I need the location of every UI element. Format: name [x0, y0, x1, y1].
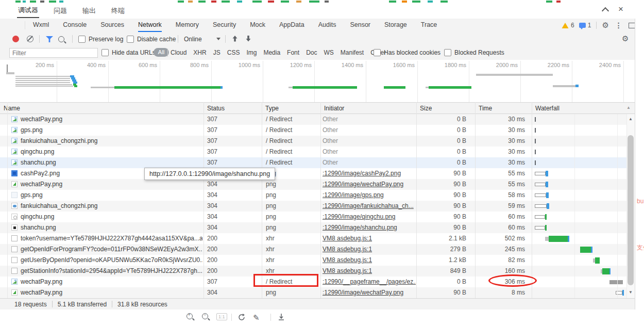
column-header-initiator[interactable]: Initiator	[320, 103, 416, 114]
initiator-link[interactable]: :12990/__pageframe__/pages/ez...	[323, 278, 416, 285]
column-header-status[interactable]: Status	[204, 103, 262, 114]
filter-type-ws[interactable]: WS	[324, 49, 333, 56]
tab-security[interactable]: Security	[213, 19, 236, 32]
initiator-link[interactable]: :12990/image/wechatPay.png	[323, 181, 403, 188]
ide-tab-问题[interactable]: 问题	[53, 4, 68, 18]
table-row[interactable]: getOpenIdForProgramFY?code=011rFP0w38NSe…	[0, 244, 635, 255]
has-blocked-cookies-checkbox[interactable]	[374, 49, 381, 56]
scrollbar-thumb[interactable]	[628, 135, 634, 285]
zoom-in-icon[interactable]: +	[187, 313, 193, 319]
tab-trace[interactable]: Trace	[421, 19, 437, 32]
filter-type-js[interactable]: JS	[213, 49, 221, 56]
table-row[interactable]: wechatPay.png304png:12990/image/wechatPa…	[0, 179, 635, 190]
column-header-time[interactable]: Time	[475, 103, 532, 114]
ruler-tick-label: 1000 ms	[229, 62, 260, 68]
tab-mock[interactable]: Mock	[250, 19, 265, 32]
filter-type-media[interactable]: Media	[263, 49, 280, 56]
refresh-icon[interactable]	[238, 313, 246, 321]
clear-icon[interactable]	[27, 36, 33, 42]
search-icon[interactable]	[58, 36, 64, 42]
filter-all-pill[interactable]: All	[154, 48, 169, 57]
actual-size-button[interactable]: 1:1	[216, 313, 227, 320]
column-header-name[interactable]: Name	[0, 103, 204, 114]
table-row[interactable]: gps.png307/ RedirectOther0 B30 ms	[0, 125, 635, 136]
disable-cache-checkbox[interactable]	[127, 36, 134, 43]
initiator-link[interactable]: :12990/image/wechatPay.png	[323, 289, 403, 296]
table-row[interactable]: getUserByOpenId?openid=oKAPU5NWu5KKac7oR…	[0, 255, 635, 266]
throttling-dropdown[interactable]: Online	[184, 35, 202, 43]
download-icon[interactable]	[278, 313, 285, 321]
filter-type-doc[interactable]: Doc	[306, 49, 317, 56]
initiator-link[interactable]: VM8 asdebug.js:1	[323, 256, 372, 264]
scroll-up-icon[interactable]: ▲	[626, 117, 635, 121]
tab-wxml[interactable]: Wxml	[33, 19, 49, 32]
message-icon[interactable]	[579, 23, 586, 28]
zoom-out-icon[interactable]: −	[202, 313, 208, 319]
tab-storage[interactable]: Storage	[384, 19, 407, 32]
initiator-link[interactable]: :12990/image/fankuichahua_ch...	[323, 202, 414, 209]
tab-sensor[interactable]: Sensor	[350, 19, 370, 32]
filter-type-cloud[interactable]: Cloud	[171, 49, 187, 56]
blocked-requests-checkbox[interactable]	[444, 49, 451, 56]
waterfall-cell	[532, 277, 626, 287]
request-initiator: Other	[320, 157, 416, 168]
timeline-overview[interactable]: 200 ms400 ms600 ms800 ms1000 ms1200 ms14…	[0, 60, 635, 102]
more-menu-icon[interactable]: ⋮	[615, 21, 622, 29]
undock-icon[interactable]	[629, 23, 635, 28]
filter-type-font[interactable]: Font	[287, 49, 299, 56]
table-row[interactable]: wechatPay.png304png:12990/image/wechatPa…	[0, 287, 635, 298]
filter-type-css[interactable]: CSS	[227, 49, 240, 56]
request-initiator: :12990/image/qingchu.png	[320, 212, 416, 222]
initiator-link[interactable]: VM8 asdebug.js:1	[323, 267, 372, 274]
warning-icon[interactable]	[562, 22, 569, 29]
filter-type-manifest[interactable]: Manifest	[341, 49, 364, 56]
column-header-waterfall[interactable]: Waterfall	[532, 103, 626, 114]
import-har-icon[interactable]	[231, 35, 239, 42]
table-row[interactable]: cashPay2.pngpng:12990/image/cashPay2.png…	[0, 168, 635, 179]
initiator-link[interactable]: VM8 asdebug.js:1	[323, 246, 372, 253]
pencil-icon[interactable]: ✎	[253, 313, 260, 322]
export-har-icon[interactable]	[245, 35, 252, 42]
filter-icon[interactable]	[46, 36, 53, 42]
network-settings-gear-icon[interactable]: ⚙	[622, 34, 629, 43]
ide-tab-调试器[interactable]: 调试器	[17, 4, 39, 18]
tab-sources[interactable]: Sources	[100, 19, 124, 32]
record-button[interactable]	[12, 36, 19, 42]
table-row[interactable]: shanchu.png304png:12990/image/shanchu.pn…	[0, 222, 635, 233]
initiator-link[interactable]: :12990/image/gps.png	[323, 191, 384, 199]
initiator-text: Other	[323, 137, 338, 144]
close-panel-icon[interactable]: ×	[618, 4, 623, 14]
table-row[interactable]: token?username=YTe5789HJHJ222X787gh4442a…	[0, 233, 635, 244]
scroll-down-icon[interactable]: ▼	[626, 290, 635, 295]
ide-tab-终端[interactable]: 终端	[110, 4, 126, 18]
filter-type-img[interactable]: Img	[246, 49, 257, 56]
collapse-panel-icon[interactable]	[602, 7, 609, 14]
tab-network[interactable]: Network	[138, 19, 162, 32]
background-artifact-block	[237, 1, 242, 3]
hide-data-urls-checkbox[interactable]	[101, 49, 109, 56]
tab-appdata[interactable]: AppData	[279, 19, 304, 32]
initiator-link[interactable]: :12990/image/cashPay2.png	[323, 170, 401, 177]
table-row[interactable]: qingchu.png304png:12990/image/qingchu.pn…	[0, 212, 635, 222]
initiator-link[interactable]: :12990/image/shanchu.png	[323, 224, 397, 231]
table-row[interactable]: fankuichahua_chongzhi.png307/ RedirectOt…	[0, 136, 635, 147]
tab-memory[interactable]: Memory	[176, 19, 199, 32]
initiator-link[interactable]: :12990/image/qingchu.png	[323, 213, 395, 220]
waterfall-sort-icon[interactable]: ▲	[626, 105, 631, 110]
table-row[interactable]: shanchu.png307/ RedirectOther0 B30 ms	[0, 157, 635, 168]
request-type: png	[262, 179, 320, 190]
tab-console[interactable]: Console	[63, 19, 87, 32]
initiator-link[interactable]: VM8 asdebug.js:1	[323, 235, 372, 242]
table-row[interactable]: wechatPay.png307/ RedirectOther0 B30 ms	[0, 114, 635, 125]
filter-input[interactable]	[9, 48, 98, 58]
gear-icon[interactable]: ⚙	[602, 21, 608, 30]
column-header-size[interactable]: Size	[416, 103, 475, 114]
ide-tab-输出[interactable]: 输出	[81, 4, 97, 18]
column-header-type[interactable]: Type	[262, 103, 320, 114]
table-row[interactable]: qingchu.png307/ RedirectOther0 B30 ms	[0, 147, 635, 157]
table-row[interactable]: gps.png304png:12990/image/gps.png90 B58 …	[0, 190, 635, 201]
preserve-log-checkbox[interactable]	[78, 36, 86, 43]
filter-type-xhr[interactable]: XHR	[193, 49, 206, 56]
table-row[interactable]: fankuichahua_chongzhi.png304png:12990/im…	[0, 201, 635, 212]
tab-audits[interactable]: Audits	[318, 19, 336, 32]
